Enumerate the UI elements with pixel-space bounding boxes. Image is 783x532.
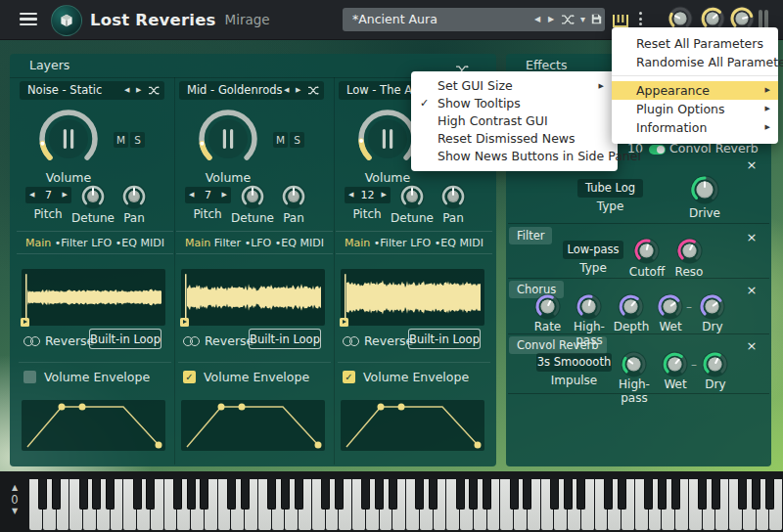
piano-keyboard[interactable] xyxy=(29,479,783,530)
piano-key-black[interactable] xyxy=(241,479,250,510)
menu-item-reset-news[interactable]: Reset Dismissed News xyxy=(411,130,618,148)
piano-key-black[interactable] xyxy=(456,479,465,510)
piano-key-black[interactable] xyxy=(712,479,720,510)
menu-item-plugin-options[interactable]: Plugin Options▶ xyxy=(612,100,778,118)
piano-key-black[interactable] xyxy=(510,479,519,510)
piano-key-black[interactable] xyxy=(698,479,707,510)
tab-filter[interactable]: •Filter xyxy=(55,237,88,249)
volume-envelope-checkbox[interactable] xyxy=(23,371,36,383)
piano-key-black[interactable] xyxy=(38,479,47,510)
mute-button[interactable]: M xyxy=(273,132,288,148)
prev-sample-icon[interactable]: ◀ xyxy=(284,81,289,100)
pitch-increment-icon[interactable]: ▶ xyxy=(382,187,387,203)
volume-envelope-checkbox[interactable]: ✓ xyxy=(183,371,196,383)
filter-section-header[interactable]: Filter xyxy=(509,227,552,244)
sample-start-marker[interactable] xyxy=(340,318,348,327)
tab-lfo[interactable]: LFO xyxy=(410,237,431,249)
waveform-display[interactable] xyxy=(341,269,484,326)
menu-item-appearance[interactable]: Appearance▶ xyxy=(612,81,778,100)
detune-knob[interactable] xyxy=(399,184,425,213)
piano-key-black[interactable] xyxy=(389,479,397,510)
piano-key-black[interactable] xyxy=(281,479,290,510)
reverb-section-header[interactable]: Convol Reverb xyxy=(509,336,607,354)
layer-volume-knob[interactable] xyxy=(38,109,99,173)
piano-key-black[interactable] xyxy=(576,479,585,510)
piano-key-black[interactable] xyxy=(295,479,303,510)
tab-eq[interactable]: •EQ xyxy=(115,237,137,249)
menu-item-information[interactable]: Information▶ xyxy=(612,118,778,137)
piano-key-black[interactable] xyxy=(335,479,344,510)
piano-key-black[interactable] xyxy=(52,479,61,510)
remove-effect-icon[interactable]: × xyxy=(744,230,760,245)
piano-key-black[interactable] xyxy=(671,479,680,510)
piano-key-black[interactable] xyxy=(133,479,142,510)
menu-item-set-gui-size[interactable]: Set GUI Size▶ xyxy=(411,77,618,95)
shuffle-preset-icon[interactable] xyxy=(562,15,575,26)
drive-knob[interactable] xyxy=(690,175,719,208)
next-sample-icon[interactable]: ▶ xyxy=(136,81,141,100)
piano-key-black[interactable] xyxy=(146,479,155,510)
remove-effect-icon[interactable]: × xyxy=(744,157,760,173)
piano-key-black[interactable] xyxy=(321,479,330,510)
impulse-select[interactable]: 3s Smooooth xyxy=(536,353,612,372)
octave-down-icon[interactable]: ▼ xyxy=(6,507,23,515)
tab-main[interactable]: Main xyxy=(25,237,51,249)
tab-midi[interactable]: MIDI xyxy=(300,237,324,249)
hamburger-menu-icon[interactable] xyxy=(20,13,37,28)
detune-knob[interactable] xyxy=(240,184,265,213)
pitch-stepper[interactable]: ◀ 12 ▶ xyxy=(345,187,391,203)
reverse-toggle-icon[interactable] xyxy=(183,336,200,346)
reverse-toggle-icon[interactable] xyxy=(343,336,359,346)
detune-knob[interactable] xyxy=(80,184,106,213)
built-in-loop-button[interactable]: Built-in Loop xyxy=(408,329,481,349)
piano-key-black[interactable] xyxy=(618,479,626,510)
remove-effect-icon[interactable]: × xyxy=(744,283,760,298)
piano-key-black[interactable] xyxy=(429,479,438,510)
prev-sample-icon[interactable]: ◀ xyxy=(124,81,129,100)
sample-start-marker[interactable] xyxy=(21,318,29,327)
prev-preset-icon[interactable]: ◀ xyxy=(534,8,540,31)
tab-filter[interactable]: Filter xyxy=(214,237,241,249)
next-preset-icon[interactable]: ▶ xyxy=(548,8,554,31)
effect-enable-toggle[interactable] xyxy=(649,145,666,155)
piano-key-black[interactable] xyxy=(106,479,115,510)
pan-knob[interactable] xyxy=(440,184,466,213)
piano-key-black[interactable] xyxy=(79,479,88,510)
reverse-toggle-icon[interactable] xyxy=(23,336,40,346)
piano-key-black[interactable] xyxy=(658,479,667,510)
octave-up-icon[interactable]: ▲ xyxy=(6,483,23,492)
preset-selector[interactable]: *Ancient Aura ◀ ▶ ▾ xyxy=(343,8,605,31)
piano-key-black[interactable] xyxy=(375,479,384,510)
piano-key-black[interactable] xyxy=(644,479,653,510)
next-sample-icon[interactable]: ▶ xyxy=(296,81,300,100)
tab-midi[interactable]: MIDI xyxy=(460,237,484,249)
piano-key-black[interactable] xyxy=(523,479,531,510)
menu-item-high-contrast[interactable]: High Contrast GUI xyxy=(411,112,618,130)
piano-key-black[interactable] xyxy=(200,479,208,510)
sample-start-marker[interactable] xyxy=(180,318,189,327)
tab-main[interactable]: Main xyxy=(185,237,210,249)
piano-key-black[interactable] xyxy=(415,479,424,510)
piano-key-black[interactable] xyxy=(469,479,478,510)
piano-key-black[interactable] xyxy=(227,479,236,510)
remove-effect-icon[interactable]: × xyxy=(744,338,760,354)
waveform-display[interactable] xyxy=(181,269,325,326)
layer-volume-knob[interactable] xyxy=(357,109,418,173)
piano-key-black[interactable] xyxy=(604,479,613,510)
piano-key-black[interactable] xyxy=(173,479,182,510)
layer-sample-header[interactable]: Noise - Static ◀ ▶ xyxy=(20,81,164,100)
preset-dropdown-icon[interactable]: ▾ xyxy=(580,8,585,31)
solo-button[interactable]: S xyxy=(290,132,304,148)
shuffle-sample-icon[interactable] xyxy=(308,86,319,97)
piano-key-black[interactable] xyxy=(738,479,747,510)
pitch-stepper[interactable]: ◀ 7 ▶ xyxy=(25,187,71,203)
piano-key-black[interactable] xyxy=(765,479,774,510)
waveform-display[interactable] xyxy=(22,269,165,326)
envelope-display[interactable] xyxy=(181,400,325,451)
pan-knob[interactable] xyxy=(281,184,306,213)
pitch-increment-icon[interactable]: ▶ xyxy=(63,187,68,203)
pitch-increment-icon[interactable]: ▶ xyxy=(222,187,227,203)
tab-midi[interactable]: MIDI xyxy=(141,237,164,249)
layer-sample-header[interactable]: Mid - Goldenrods ◀ ▶ xyxy=(179,81,324,100)
save-icon[interactable] xyxy=(591,14,602,26)
